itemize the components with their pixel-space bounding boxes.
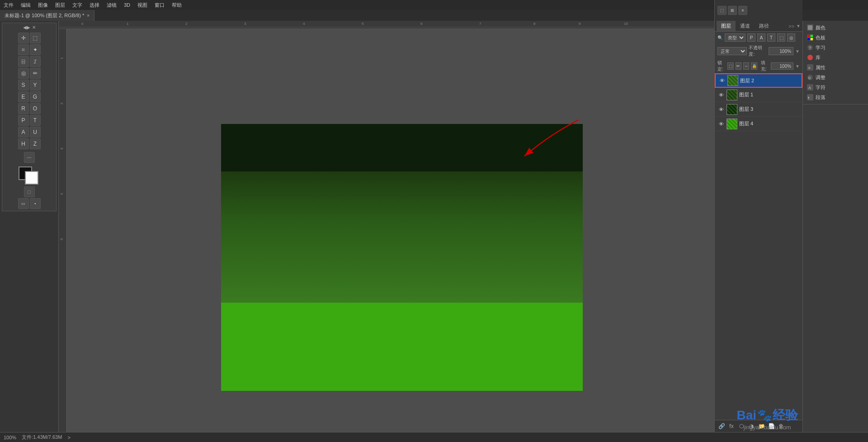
layer-fx-btn[interactable]: fx [727,422,736,430]
quick-mask-tool[interactable]: ⬚ [24,186,35,197]
layer-link-btn[interactable]: 🔗 [717,422,726,430]
menu-item-select[interactable]: 选择 [90,2,99,9]
menu-item-filter[interactable]: 滤镜 [107,2,117,9]
library-icon [807,54,814,61]
svg-text:7: 7 [479,22,481,26]
screen-mode-tool2[interactable]: ▪ [30,198,41,209]
svg-text:4: 4 [60,193,64,195]
text-tool[interactable]: T [30,115,41,126]
hand-tool[interactable]: H [18,138,29,149]
menu-item-help[interactable]: 帮助 [172,2,182,9]
menu-item-image[interactable]: 图像 [38,2,48,9]
shape-tool[interactable]: U [30,127,41,138]
layer-item-3[interactable]: 👁 图层 3 [715,102,802,117]
layer-mask-btn[interactable]: ⬡ [737,422,745,430]
blend-mode-select[interactable]: 正常 [717,47,747,55]
tab-layers[interactable]: 图层 [717,21,736,31]
tab-paths[interactable]: 路径 [755,21,774,31]
layer-1-visibility[interactable]: 👁 [717,91,725,99]
svg-text:3: 3 [60,147,64,150]
menu-item-type[interactable]: 文字 [72,2,82,9]
properties-section-btn[interactable]: ≡ 属性 [803,62,868,72]
history-brush-tool[interactable]: Y [30,80,41,90]
menu-item-window[interactable]: 窗口 [155,2,165,9]
menu-item-3d[interactable]: 3D [124,2,130,8]
crop-tool[interactable]: ⌸ [18,56,29,67]
document-tab[interactable]: 未标题-1 @ 100% (图层 2, RGB/8) * × [0,10,94,21]
tab-close-btn[interactable]: × [87,13,90,18]
layers-panel-menu[interactable]: ▼ [796,24,801,29]
layer-3-visibility[interactable]: 👁 [717,106,725,113]
tab-label: 未标题-1 @ 100% (图层 2, RGB/8) * [5,12,84,19]
extras-tool[interactable]: ··· [24,152,35,163]
layer-item-2[interactable]: 👁 图层 2 [715,73,802,88]
opacity-input[interactable] [769,47,793,55]
dodge-tool[interactable]: O [30,103,41,114]
layer-band-4 [221,303,583,391]
adjustments-label: 调整 [816,74,826,81]
fill-input[interactable] [771,62,793,70]
layer-band-1 [221,124,583,171]
lock-all-btn[interactable]: 🔒 [751,62,757,70]
toolbar-close-btn[interactable]: ✕ [32,25,36,30]
status-arrow[interactable]: > [67,435,70,440]
workspace-btn[interactable]: ⬚ [717,6,726,15]
lock-artboards-btn[interactable]: ↔ [743,62,749,70]
brush-tool[interactable]: ✏ [30,68,41,79]
swatches-section-btn[interactable]: 色板 [803,33,868,43]
layers-tab-more[interactable]: >> [788,24,794,29]
heal-tool[interactable]: ◎ [18,68,29,79]
lock-pixels-btn[interactable]: ⬚ [727,62,733,70]
opacity-label: 不透明度: [749,45,767,57]
screen-mode-tool[interactable]: ▭ [18,198,29,209]
layer-filter-pixel[interactable]: P [747,33,755,42]
eyedropper-tool[interactable]: 𝓘 [30,56,41,67]
zoom-tool[interactable]: Z [30,138,41,149]
library-section-btn[interactable]: 库 [803,52,868,62]
pen-tool[interactable]: P [18,115,29,126]
svg-text:1: 1 [127,22,129,26]
layer-filter-adj[interactable]: A [757,33,765,42]
layer-type-filter[interactable]: 类型 [725,33,745,42]
move-tool[interactable]: ✛ [18,33,29,43]
marquee-tool[interactable]: ⬚ [30,33,41,43]
layer-delete-btn[interactable]: 🗑 [777,422,785,430]
fill-dropdown[interactable]: ▼ [795,64,800,69]
arrange-btn[interactable]: ⊞ [728,6,737,15]
layer-2-visibility[interactable]: 👁 [718,77,726,84]
layer-filter-type[interactable]: T [767,33,775,42]
toolbar-collapse-btn[interactable]: ◀▶ [23,25,30,30]
layer-item-4[interactable]: 👁 图层 4 [715,117,802,131]
path-select-tool[interactable]: A [18,127,29,138]
paragraph-section-btn[interactable]: ¶ 段落 [803,92,868,102]
layer-filter-smart[interactable]: ◎ [787,33,795,42]
stamp-tool[interactable]: S [18,80,29,90]
lock-position-btn[interactable]: ✏ [736,62,741,70]
left-toolbar: ◀▶ ✕ ✛ ⬚ ⌗ ✦ ⌸ 𝓘 ◎ ✏ S Y E G R O [0,21,59,434]
character-section-btn[interactable]: A 字符 [803,82,868,92]
opacity-dropdown[interactable]: ▼ [795,49,800,54]
gradient-tool[interactable]: G [30,91,41,102]
tab-channels[interactable]: 通道 [736,21,755,31]
menu-item-view[interactable]: 视图 [137,2,147,9]
paragraph-icon: ¶ [807,94,814,101]
eraser-tool[interactable]: E [18,91,29,102]
layer-adj-btn[interactable]: ◑ [747,422,755,430]
layer-new-btn[interactable]: 📄 [767,422,775,430]
color-section-btn[interactable]: 颜色 [803,23,868,33]
blur-tool[interactable]: R [18,103,29,114]
layer-group-btn[interactable]: 📁 [757,422,765,430]
tool-options-btn[interactable]: ≡ [738,6,747,15]
layer-4-visibility[interactable]: 👁 [717,120,725,128]
background-color[interactable] [25,171,38,185]
menu-item-edit[interactable]: 编辑 [21,2,31,9]
learn-section-btn[interactable]: ? 学习 [803,43,868,52]
menu-item-layer[interactable]: 图层 [55,2,65,9]
layer-filter-shape[interactable]: ⬚ [777,33,785,42]
layer-item-1[interactable]: 👁 图层 1 [715,88,802,102]
magic-wand-tool[interactable]: ✦ [30,44,41,55]
menu-item-file[interactable]: 文件 [4,2,14,9]
lasso-tool[interactable]: ⌗ [18,44,29,55]
layer-bottom-actions: 🔗 fx ⬡ ◑ 📁 📄 🗑 [715,420,802,432]
adjustments-section-btn[interactable]: ⊙ 调整 [803,72,868,82]
